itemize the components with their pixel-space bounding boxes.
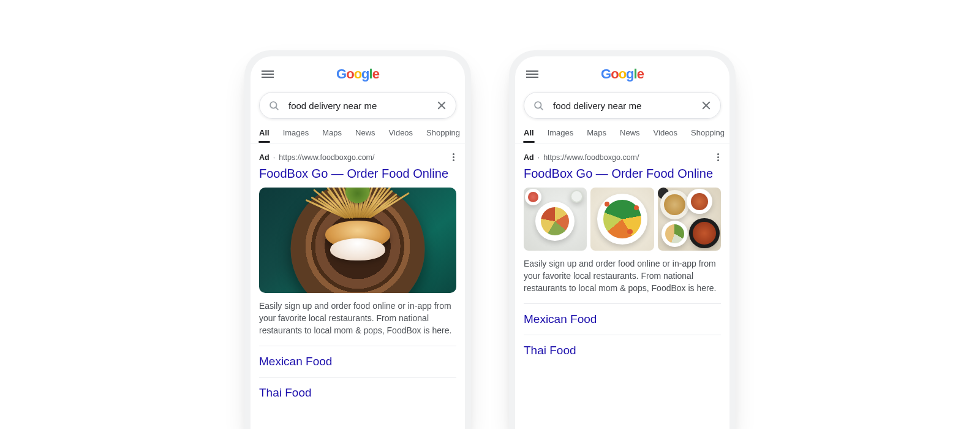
- clear-icon[interactable]: [436, 100, 447, 111]
- header: Google: [251, 60, 465, 88]
- header: Google: [515, 60, 729, 88]
- ad-badge: Ad: [259, 153, 270, 162]
- ad-separator: ·: [538, 153, 540, 162]
- phone-a: Google All Images Maps News Videos: [244, 50, 471, 429]
- ad-title[interactable]: FoodBox Go — Order Food Online: [259, 166, 456, 181]
- stage: Google All Images Maps News Videos: [0, 0, 980, 429]
- sitelink[interactable]: Mexican Food: [524, 303, 721, 335]
- tab-news[interactable]: News: [620, 128, 640, 143]
- ad-badge: Ad: [524, 153, 534, 162]
- more-icon[interactable]: [715, 152, 721, 162]
- ad-result: Ad · https://www.foodboxgo.com/ FoodBox …: [251, 143, 465, 408]
- phone-b: Google All Images Maps News Videos: [509, 50, 736, 429]
- ad-image-1[interactable]: [524, 188, 587, 251]
- ad-description: Easily sign up and order food online or …: [259, 300, 456, 337]
- tab-shopping[interactable]: Shopping: [426, 128, 460, 143]
- logo-letter: G: [336, 67, 346, 81]
- sitelink[interactable]: Mexican Food: [259, 346, 456, 377]
- tab-all[interactable]: All: [259, 128, 270, 143]
- logo-letter: e: [372, 67, 379, 81]
- more-icon[interactable]: [451, 152, 456, 162]
- ad-image-row: [524, 188, 721, 251]
- search-input[interactable]: [552, 100, 693, 112]
- tab-videos[interactable]: Videos: [389, 128, 413, 143]
- tab-shopping[interactable]: Shopping: [691, 128, 725, 143]
- logo-letter: o: [619, 67, 626, 81]
- menu-icon[interactable]: [262, 69, 274, 80]
- ad-url[interactable]: https://www.foodboxgo.com/: [543, 153, 639, 162]
- svg-line-1: [276, 107, 278, 110]
- ad-sitelinks: Mexican Food Thai Food: [524, 303, 721, 366]
- logo-letter: G: [601, 67, 611, 81]
- logo-letter: e: [637, 67, 644, 81]
- clear-icon[interactable]: [701, 100, 712, 111]
- tab-images[interactable]: Images: [548, 128, 574, 143]
- ad-result: Ad · https://www.foodboxgo.com/ FoodBox …: [515, 143, 729, 366]
- ad-meta: Ad · https://www.foodboxgo.com/: [259, 152, 456, 162]
- phone-a-frame: Google All Images Maps News Videos: [244, 50, 471, 429]
- menu-icon[interactable]: [526, 69, 538, 80]
- logo-letter: o: [354, 67, 361, 81]
- phone-b-screen: Google All Images Maps News Videos: [515, 56, 729, 429]
- tab-maps[interactable]: Maps: [587, 128, 606, 143]
- google-logo[interactable]: Google: [336, 67, 379, 81]
- google-logo[interactable]: Google: [601, 67, 644, 81]
- search-bar: [515, 88, 729, 125]
- ad-separator: ·: [273, 153, 275, 162]
- logo-letter: o: [346, 67, 353, 81]
- logo-letter: o: [611, 67, 618, 81]
- phone-a-screen: Google All Images Maps News Videos: [251, 56, 465, 429]
- ad-sitelinks: Mexican Food Thai Food: [259, 346, 456, 408]
- ad-description: Easily sign up and order food online or …: [524, 258, 721, 295]
- search-tabs: All Images Maps News Videos Shopping: [515, 125, 729, 143]
- logo-letter: g: [361, 67, 369, 81]
- ad-image-3[interactable]: [658, 188, 721, 251]
- tab-videos[interactable]: Videos: [654, 128, 678, 143]
- search-bar: [251, 88, 465, 125]
- sitelink[interactable]: Thai Food: [524, 335, 721, 366]
- search-icon: [533, 100, 545, 112]
- ad-image-2[interactable]: [590, 188, 654, 251]
- ad-hero-image[interactable]: [259, 188, 456, 293]
- ad-meta: Ad · https://www.foodboxgo.com/: [524, 152, 721, 162]
- search-tabs: All Images Maps News Videos Shopping: [251, 125, 465, 143]
- tab-maps[interactable]: Maps: [322, 128, 342, 143]
- search-icon: [268, 100, 280, 112]
- ad-url[interactable]: https://www.foodboxgo.com/: [279, 153, 374, 162]
- tab-images[interactable]: Images: [283, 128, 309, 143]
- logo-letter: g: [626, 67, 633, 81]
- ad-title[interactable]: FoodBox Go — Order Food Online: [524, 166, 721, 181]
- tab-all[interactable]: All: [524, 128, 534, 143]
- sitelink[interactable]: Thai Food: [259, 377, 456, 408]
- search-input[interactable]: [287, 100, 429, 112]
- svg-line-5: [540, 107, 543, 110]
- tab-news[interactable]: News: [355, 128, 375, 143]
- phone-b-frame: Google All Images Maps News Videos: [509, 50, 736, 429]
